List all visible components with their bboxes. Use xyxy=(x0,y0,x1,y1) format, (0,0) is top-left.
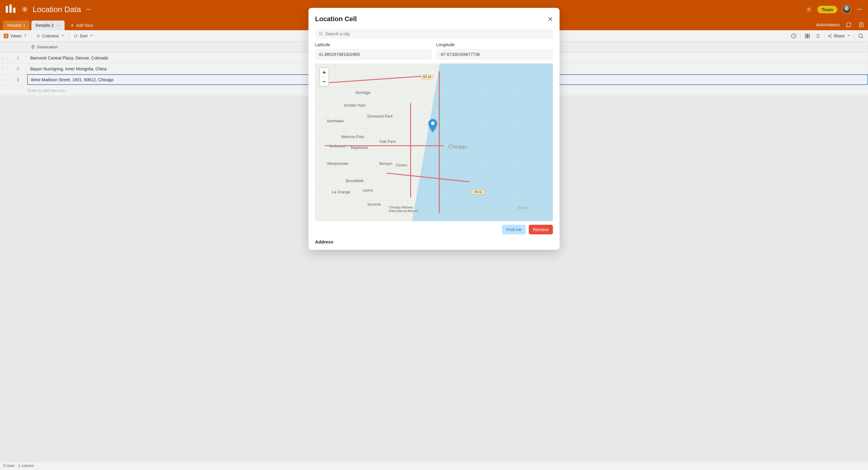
map-pin-icon[interactable] xyxy=(429,119,437,133)
zoom-controls: + − xyxy=(319,68,329,86)
map-place-label: Melrose Park xyxy=(341,135,365,139)
svg-point-27 xyxy=(319,32,322,35)
map-place-label: Chicago Midway International Airport xyxy=(389,205,422,213)
map-place-label: Brookfield xyxy=(346,178,363,183)
map-place-label: Cicero xyxy=(396,163,407,167)
zoom-in-button[interactable]: + xyxy=(320,68,329,77)
map-place-label: Schiller Park xyxy=(344,103,366,108)
search-city-field[interactable] xyxy=(315,29,553,39)
map-place-label: La Grange xyxy=(332,190,350,194)
close-icon[interactable]: × xyxy=(548,14,553,24)
search-city-input[interactable] xyxy=(326,31,549,36)
modal-title: Location Cell xyxy=(315,15,357,23)
zoom-out-button[interactable]: − xyxy=(320,77,329,86)
road-badge: US 41 xyxy=(472,190,484,194)
map-place-label: Lyons xyxy=(363,188,373,193)
latitude-label: Latitude xyxy=(315,42,432,47)
map-canvas[interactable]: + − US 14 US 41 Chicago Norridge xyxy=(315,63,553,221)
map-place-label: Elmwood Park xyxy=(367,114,393,118)
longitude-input[interactable] xyxy=(436,49,553,60)
map-place-label: Berwyn xyxy=(379,161,392,166)
map-place-label: Illinois xyxy=(517,205,528,210)
map-place-label: Westchester xyxy=(327,161,349,166)
svg-point-28 xyxy=(431,121,435,125)
find-me-button[interactable]: Find me xyxy=(502,225,526,234)
address-section-label: Address xyxy=(315,239,553,244)
search-icon xyxy=(319,32,323,36)
map-place-label: Norridge xyxy=(355,90,371,95)
map-place-label: Summit xyxy=(367,202,380,207)
road-badge: US 14 xyxy=(421,75,433,79)
map-place-label: Bellwood xyxy=(329,144,345,148)
map-place-label: Oak Park xyxy=(379,139,396,144)
map-city-label: Chicago xyxy=(448,144,467,150)
location-cell-modal: Location Cell × Latitude Longitude xyxy=(308,8,560,250)
map-place-label: Northlake xyxy=(327,119,344,123)
longitude-label: Longitude xyxy=(436,42,553,47)
remove-button[interactable]: Remove xyxy=(529,225,553,234)
map-place-label: Maywood xyxy=(351,145,368,150)
latitude-input[interactable] xyxy=(315,49,432,60)
modal-overlay: Location Cell × Latitude Longitude xyxy=(0,0,868,470)
